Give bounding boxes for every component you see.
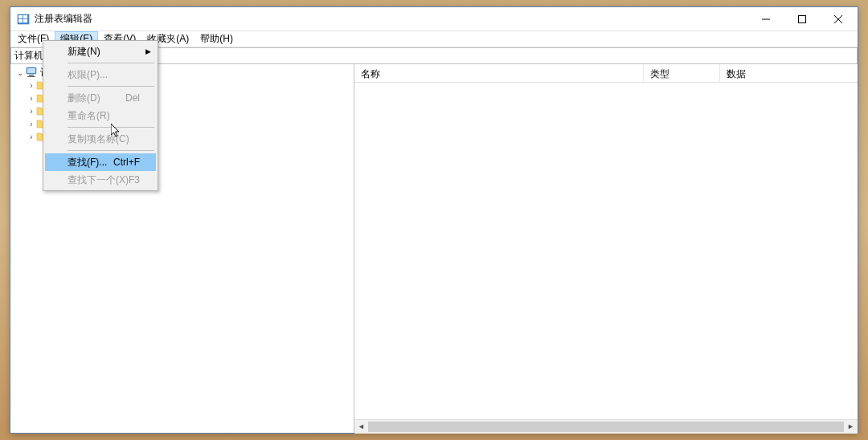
svg-rect-4: [23, 19, 27, 22]
svg-rect-3: [18, 19, 23, 22]
list-body[interactable]: [354, 83, 858, 419]
svg-rect-2: [23, 15, 27, 18]
maximize-button[interactable]: [784, 7, 820, 31]
svg-rect-1: [18, 15, 23, 18]
submenu-arrow-icon: ▶: [145, 47, 151, 55]
scroll-thumb[interactable]: [368, 422, 844, 432]
svg-rect-10: [27, 68, 35, 73]
column-data[interactable]: 数据: [720, 64, 858, 82]
menu-find[interactable]: 查找(F)... Ctrl+F: [45, 153, 156, 171]
expander-icon[interactable]: ›: [27, 94, 36, 103]
menu-separator: [68, 127, 154, 128]
expander-icon[interactable]: ›: [27, 120, 36, 128]
menu-separator: [68, 86, 154, 87]
edit-dropdown-menu: 新建(N) ▶ 权限(P)... 删除(D) Del 重命名(R) 复制项名称(…: [43, 40, 158, 191]
titlebar: 注册表编辑器: [10, 7, 858, 31]
minimize-button[interactable]: [747, 7, 784, 31]
menu-new[interactable]: 新建(N) ▶: [45, 43, 156, 60]
app-icon: [17, 13, 30, 26]
menu-separator: [68, 150, 154, 151]
list-pane: 名称 类型 数据 ◄ ►: [354, 64, 858, 433]
scroll-track[interactable]: [368, 420, 844, 434]
svg-rect-11: [29, 75, 34, 76]
close-button[interactable]: [820, 7, 856, 31]
window-controls: [747, 7, 856, 31]
address-path: 计算机: [14, 49, 43, 63]
column-name[interactable]: 名称: [354, 64, 644, 82]
computer-icon: [25, 67, 38, 78]
scroll-left-button[interactable]: ◄: [354, 420, 368, 434]
menu-separator: [68, 63, 154, 63]
list-header: 名称 类型 数据: [354, 64, 858, 83]
svg-rect-12: [27, 76, 35, 77]
expander-icon[interactable]: ⌄: [15, 68, 25, 77]
scroll-right-button[interactable]: ►: [844, 420, 858, 434]
expander-icon[interactable]: ›: [27, 81, 36, 90]
menu-permissions[interactable]: 权限(P)...: [45, 66, 156, 84]
menu-rename[interactable]: 重命名(R): [45, 107, 156, 124]
horizontal-scrollbar[interactable]: ◄ ►: [354, 419, 858, 433]
menu-copy-key-name[interactable]: 复制项名称(C): [45, 130, 156, 148]
menu-find-next[interactable]: 查找下一个(X) F3: [45, 171, 156, 189]
svg-rect-6: [798, 15, 805, 22]
menu-delete[interactable]: 删除(D) Del: [45, 89, 156, 107]
window-title: 注册表编辑器: [35, 12, 747, 26]
expander-icon[interactable]: ›: [27, 132, 36, 141]
column-type[interactable]: 类型: [644, 64, 720, 82]
expander-icon[interactable]: ›: [27, 107, 36, 116]
menu-help[interactable]: 帮助(H): [194, 31, 239, 47]
